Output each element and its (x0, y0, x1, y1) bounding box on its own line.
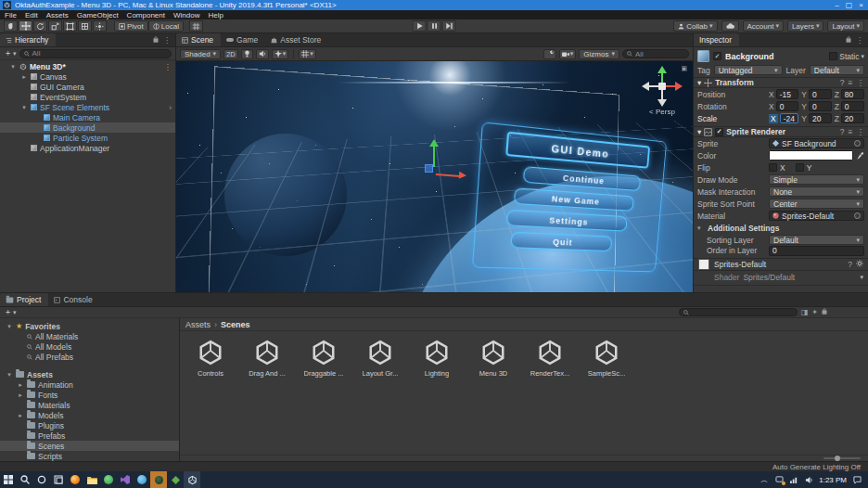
rotation-z-field[interactable]: 0 (841, 101, 864, 111)
hierarchy-menu-icon[interactable]: ⋮ (163, 36, 171, 45)
taskbar-app-blue-icon[interactable] (134, 471, 150, 488)
static-checkbox[interactable] (829, 52, 837, 60)
sprite-renderer-header[interactable]: ▾ ✓ Sprite Renderer ?≡⋮ (694, 126, 868, 137)
project-tab[interactable]: Project (0, 293, 48, 306)
tag-dropdown[interactable]: Untagged▾ (714, 65, 783, 75)
asset-store-tab[interactable]: Asset Store (265, 33, 328, 46)
firefox-icon[interactable] (67, 471, 83, 488)
inspector-tab[interactable]: Inspector (694, 33, 739, 46)
menu-component[interactable]: Component (127, 11, 165, 19)
tray-chevron-icon[interactable]: ︿ (760, 475, 769, 484)
object-picker-icon[interactable] (854, 212, 861, 219)
sprite-renderer-enabled-checkbox[interactable]: ✓ (715, 128, 723, 136)
project-create-button[interactable]: ＋▾ (4, 306, 17, 318)
help-icon[interactable]: ? (840, 78, 845, 87)
scene-tools-button[interactable] (543, 49, 556, 59)
asset-rendertexture[interactable]: RenderTex... (525, 339, 575, 378)
scene-audio-toggle[interactable] (256, 49, 269, 59)
step-button[interactable] (442, 20, 456, 32)
taskbar-app-green2-icon[interactable] (167, 471, 184, 488)
menu-edit[interactable]: Edit (25, 11, 38, 19)
hierarchy-item-scene[interactable]: ▾Menu 3D*⋮ (0, 61, 175, 71)
taskbar-app-green-icon[interactable] (100, 471, 117, 488)
additional-settings-foldout[interactable]: ▾ Additional Settings (694, 222, 868, 234)
start-button[interactable] (0, 471, 17, 488)
hierarchy-create-button[interactable]: ＋▾ (4, 47, 17, 59)
search-by-label-icon[interactable]: ✦ (811, 308, 818, 316)
hierarchy-item-canvas[interactable]: ▸Canvas (0, 71, 175, 82)
grid-snap-button[interactable] (189, 20, 203, 32)
perspective-label[interactable]: < Persp (641, 108, 683, 116)
favorites-all-models[interactable]: All Models (0, 341, 179, 352)
minimize-button[interactable]: – (835, 1, 838, 9)
scale-tool-button[interactable] (48, 20, 62, 32)
hierarchy-tab[interactable]: Hierarchy (0, 33, 56, 46)
component-menu-icon[interactable]: ⋮ (857, 78, 865, 87)
scale-x-field[interactable]: -24 (780, 113, 799, 123)
hierarchy-item-applicationmanager[interactable]: ApplicationManager (0, 143, 175, 153)
color-swatch[interactable] (769, 150, 853, 161)
file-explorer-icon[interactable] (83, 471, 100, 488)
folder-materials[interactable]: Materials (0, 400, 179, 410)
rotation-x-field[interactable]: 0 (776, 101, 799, 111)
hierarchy-item-main-camera[interactable]: Main Camera (0, 112, 175, 122)
search-by-type-icon[interactable]: ◨ (801, 308, 809, 316)
sprite-object-field[interactable]: SF Background (769, 138, 864, 148)
game-tab[interactable]: Game (221, 33, 265, 46)
help-icon[interactable]: ? (840, 127, 845, 136)
gizmo-lock-icon[interactable]: ▣ (681, 65, 687, 72)
layout-dropdown[interactable]: Layout▾ (827, 20, 864, 32)
presets-icon[interactable]: ≡ (849, 78, 853, 87)
move-gizmo[interactable] (425, 139, 480, 186)
sprite-sort-point-dropdown[interactable]: Center▾ (769, 199, 864, 209)
position-y-field[interactable]: 0 (809, 89, 832, 99)
taskbar-app-active-orange[interactable] (150, 471, 167, 488)
transform-component-header[interactable]: ▾ Transform ?≡⋮ (694, 77, 868, 88)
hand-tool-button[interactable] (4, 20, 18, 32)
menu-help[interactable]: Help (208, 11, 223, 19)
collab-dropdown[interactable]: Collab▾ (673, 20, 717, 32)
assets-root[interactable]: ▾Assets (0, 369, 179, 379)
2d-toggle[interactable]: 2D (223, 49, 238, 59)
hierarchy-item-background[interactable]: Background (0, 122, 175, 133)
asset-drag-and[interactable]: Drag And ... (242, 339, 292, 378)
component-menu-icon[interactable]: ⋮ (857, 127, 865, 136)
favorites-root[interactable]: ▾★Favorites (0, 321, 179, 331)
network-icon[interactable] (789, 475, 798, 484)
hierarchy-item-particle-system[interactable]: Particle System (0, 133, 175, 143)
auto-generate-lighting-button[interactable]: Auto Generate Lighting Off (772, 463, 861, 471)
play-button[interactable] (413, 20, 427, 32)
breadcrumb-assets[interactable]: Assets (185, 320, 211, 329)
hidden-packages-icon[interactable] (822, 308, 827, 316)
asset-draggable[interactable]: Draggable ... (299, 339, 349, 378)
custom-tool-button[interactable] (93, 20, 107, 32)
move-tool-button[interactable] (19, 20, 32, 32)
folder-plugins[interactable]: Plugins (0, 420, 179, 430)
sorting-layer-dropdown[interactable]: Default▾ (769, 235, 864, 245)
gizmo-center-cube[interactable] (658, 83, 666, 90)
rect-tool-button[interactable] (63, 20, 77, 32)
unity-taskbar-icon[interactable] (184, 471, 200, 488)
close-button[interactable]: × (859, 1, 863, 9)
inspector-lock-icon[interactable] (846, 36, 851, 45)
scene-lighting-toggle[interactable] (241, 49, 253, 59)
favorites-all-prefabs[interactable]: All Prefabs (0, 352, 179, 362)
menu-window[interactable]: Window (173, 11, 199, 19)
position-x-field[interactable]: -15 (776, 89, 799, 99)
scale-z-field[interactable]: 20 (841, 113, 864, 123)
rotation-y-field[interactable]: 0 (809, 101, 832, 111)
shader-dropdown[interactable]: Sprites/Default▾ (743, 273, 863, 282)
task-view-icon[interactable] (50, 471, 67, 488)
material-preview-header[interactable]: Sprites-Default ? (694, 258, 868, 271)
asset-zoom-slider[interactable] (823, 457, 861, 459)
taskbar-clock[interactable]: 1:23 PM (819, 476, 847, 484)
position-z-field[interactable]: 80 (841, 89, 864, 99)
presets-icon[interactable]: ≡ (849, 127, 853, 136)
scene-options-icon[interactable]: ⋮ (164, 62, 172, 71)
action-center-icon[interactable] (852, 475, 862, 484)
menu-gameobject[interactable]: GameObject (77, 11, 119, 19)
mask-interaction-dropdown[interactable]: None▾ (769, 186, 864, 197)
scene-search-input[interactable]: All (622, 49, 689, 58)
eyedropper-icon[interactable] (856, 150, 864, 161)
pause-button[interactable] (428, 20, 441, 32)
